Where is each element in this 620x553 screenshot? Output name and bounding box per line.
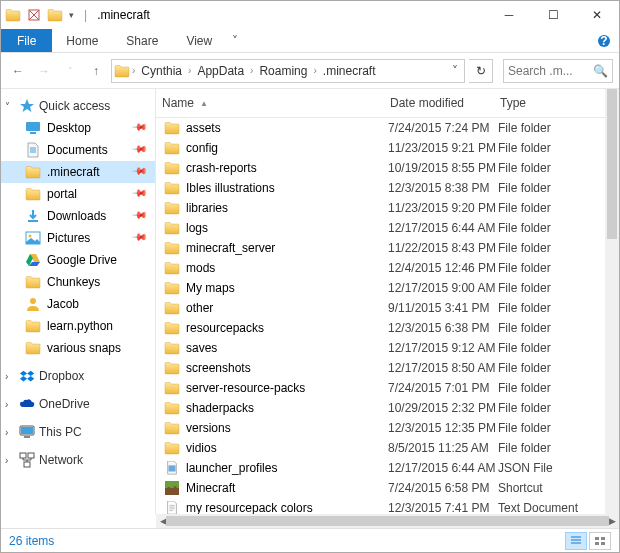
file-row[interactable]: libraries11/23/2015 9:20 PMFile folder — [156, 198, 605, 218]
qat-icon[interactable] — [27, 8, 41, 22]
breadcrumb-sep-icon[interactable]: › — [313, 65, 316, 76]
tab-file[interactable]: File — [1, 29, 52, 52]
svg-text:?: ? — [600, 34, 607, 48]
search-input[interactable] — [508, 64, 593, 78]
nav-item[interactable]: Jacob — [1, 293, 155, 315]
search-box[interactable]: 🔍 — [503, 59, 613, 83]
nav-item[interactable]: Google Drive — [1, 249, 155, 271]
maximize-button[interactable]: ☐ — [531, 1, 575, 29]
search-icon[interactable]: 🔍 — [593, 64, 608, 78]
minimize-button[interactable]: ─ — [487, 1, 531, 29]
breadcrumb-box[interactable]: › Cynthia › AppData › Roaming › .minecra… — [111, 59, 465, 83]
file-row[interactable]: mods12/4/2015 12:46 PMFile folder — [156, 258, 605, 278]
file-row[interactable]: Ibles illustrations12/3/2015 8:38 PMFile… — [156, 178, 605, 198]
folder-icon — [164, 340, 182, 356]
breadcrumb-item[interactable]: .minecraft — [319, 62, 380, 80]
folder-icon — [164, 320, 182, 336]
chevron-right-icon: › — [5, 455, 15, 466]
breadcrumb-sep-icon[interactable]: › — [132, 65, 135, 76]
nav-item[interactable]: Desktop📌 — [1, 117, 155, 139]
svg-rect-21 — [601, 537, 605, 540]
file-row[interactable]: shaderpacks10/29/2015 2:32 PMFile folder — [156, 398, 605, 418]
nav-label: Network — [39, 453, 83, 467]
nav-quick-access[interactable]: ˅Quick access — [1, 95, 155, 117]
ribbon-expand-icon[interactable]: ˅ — [226, 29, 244, 52]
nav-item[interactable]: Documents📌 — [1, 139, 155, 161]
file-date: 12/17/2015 9:00 AM — [388, 281, 498, 295]
nav-item-label: Documents — [47, 143, 127, 157]
file-type: File folder — [498, 301, 551, 315]
address-bar: ← → ˅ ↑ › Cynthia › AppData › Roaming › … — [1, 53, 619, 89]
desktop-icon — [25, 120, 41, 136]
nav-item[interactable]: Downloads📌 — [1, 205, 155, 227]
breadcrumb-item[interactable]: Cynthia — [137, 62, 186, 80]
help-icon[interactable]: ? — [589, 29, 619, 52]
file-row[interactable]: versions12/3/2015 12:35 PMFile folder — [156, 418, 605, 438]
tab-home[interactable]: Home — [52, 29, 112, 52]
folder-icon — [164, 140, 182, 156]
file-row[interactable]: vidios8/5/2015 11:25 AMFile folder — [156, 438, 605, 458]
pin-icon: 📌 — [132, 184, 153, 205]
ribbon: File Home Share View ˅ ? — [1, 29, 619, 53]
file-row[interactable]: My maps12/17/2015 9:00 AMFile folder — [156, 278, 605, 298]
folder-icon — [164, 120, 182, 136]
file-row[interactable]: Minecraft7/24/2015 6:58 PMShortcut — [156, 478, 605, 498]
breadcrumb-sep-icon[interactable]: › — [250, 65, 253, 76]
nav-item[interactable]: Chunkeys — [1, 271, 155, 293]
pin-icon: 📌 — [132, 228, 153, 249]
file-row[interactable]: launcher_profiles12/17/2015 6:44 AMJSON … — [156, 458, 605, 478]
file-type: Shortcut — [498, 481, 543, 495]
scroll-right-icon[interactable]: ▶ — [605, 514, 619, 528]
nav-section[interactable]: ›Network — [1, 449, 155, 471]
tab-share[interactable]: Share — [112, 29, 172, 52]
refresh-button[interactable]: ↻ — [469, 59, 493, 83]
column-type[interactable]: Type — [494, 93, 605, 113]
file-row[interactable]: resourcepacks12/3/2015 6:38 PMFile folde… — [156, 318, 605, 338]
breadcrumb-sep-icon[interactable]: › — [188, 65, 191, 76]
forward-button[interactable]: → — [33, 60, 55, 82]
user-icon — [25, 296, 41, 312]
nav-item[interactable]: portal📌 — [1, 183, 155, 205]
pin-icon: 📌 — [132, 118, 153, 139]
nav-label: Quick access — [39, 99, 110, 113]
file-row[interactable]: crash-reports10/19/2015 8:55 PMFile fold… — [156, 158, 605, 178]
scrollbar-thumb[interactable] — [166, 516, 609, 526]
nav-item[interactable]: .minecraft📌 — [1, 161, 155, 183]
close-button[interactable]: ✕ — [575, 1, 619, 29]
nav-section[interactable]: ›OneDrive — [1, 393, 155, 415]
nav-item[interactable]: learn.python — [1, 315, 155, 337]
back-button[interactable]: ← — [7, 60, 29, 82]
file-row[interactable]: screenshots12/17/2015 8:50 AMFile folder — [156, 358, 605, 378]
file-row[interactable]: server-resource-packs7/24/2015 7:01 PMFi… — [156, 378, 605, 398]
file-row[interactable]: other9/11/2015 3:41 PMFile folder — [156, 298, 605, 318]
file-row[interactable]: config11/23/2015 9:21 PMFile folder — [156, 138, 605, 158]
nav-item[interactable]: Pictures📌 — [1, 227, 155, 249]
breadcrumb-item[interactable]: Roaming — [255, 62, 311, 80]
file-name: mods — [182, 261, 388, 275]
file-row[interactable]: assets7/24/2015 7:24 PMFile folder — [156, 118, 605, 138]
vertical-scrollbar[interactable] — [605, 89, 619, 514]
scrollbar-thumb[interactable] — [607, 89, 617, 239]
view-details-button[interactable] — [565, 532, 587, 550]
view-large-button[interactable] — [589, 532, 611, 550]
nav-section[interactable]: ›This PC — [1, 421, 155, 443]
nav-section[interactable]: ›Dropbox — [1, 365, 155, 387]
column-name[interactable]: Name▲ — [156, 93, 384, 113]
file-date: 12/17/2015 6:44 AM — [388, 461, 498, 475]
up-button[interactable]: ↑ — [85, 60, 107, 82]
breadcrumb-item[interactable]: AppData — [193, 62, 248, 80]
column-date[interactable]: Date modified — [384, 93, 494, 113]
tab-view[interactable]: View — [172, 29, 226, 52]
address-dropdown-icon[interactable]: ˅ — [448, 64, 462, 78]
file-row[interactable]: my resourcepack colors12/3/2015 7:41 PMT… — [156, 498, 605, 514]
nav-item-label: Chunkeys — [47, 275, 151, 289]
nav-item[interactable]: various snaps — [1, 337, 155, 359]
qat-dropdown-icon[interactable]: ▾ — [69, 10, 74, 20]
file-row[interactable]: minecraft_server11/22/2015 8:43 PMFile f… — [156, 238, 605, 258]
file-row[interactable]: saves12/17/2015 9:12 AMFile folder — [156, 338, 605, 358]
horizontal-scrollbar[interactable]: ◀ ▶ — [156, 514, 619, 528]
folder-icon — [164, 200, 182, 216]
recent-dropdown-icon[interactable]: ˅ — [59, 60, 81, 82]
file-row[interactable]: logs12/17/2015 6:44 AMFile folder — [156, 218, 605, 238]
file-name: minecraft_server — [182, 241, 388, 255]
